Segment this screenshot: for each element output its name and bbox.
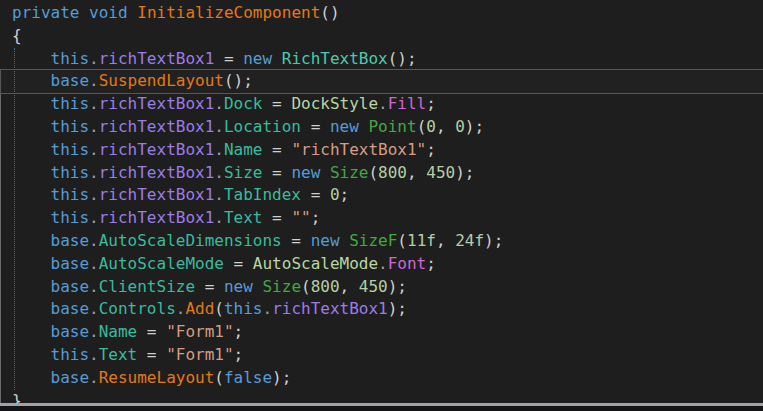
token-prop: Dock	[224, 94, 263, 113]
token-num: 450	[359, 277, 388, 296]
token-dot: .	[89, 254, 99, 273]
token-num: 800	[311, 277, 340, 296]
token-str: ""	[291, 208, 310, 227]
token-prop: Name	[99, 322, 138, 341]
token-enum: AutoScaleMode	[253, 254, 378, 273]
token-struct: Size	[330, 163, 369, 182]
token-punc: ();	[224, 71, 253, 90]
token-num: 11f	[407, 231, 436, 250]
token-enum: DockStyle	[291, 94, 378, 113]
token-plain	[12, 94, 51, 113]
token-dot: .	[89, 140, 99, 159]
token-punc: =	[301, 185, 330, 204]
token-kw: base	[51, 231, 90, 250]
code-line[interactable]: this.richTextBox1.Dock = DockStyle.Fill;	[12, 93, 763, 116]
token-cls: RichTextBox	[282, 49, 388, 68]
token-kw: this	[51, 208, 90, 227]
code-line[interactable]: base.Name = "Form1";	[12, 321, 763, 344]
code-line[interactable]: base.AutoScaleDimensions = new SizeF(11f…	[12, 230, 763, 253]
token-punc: );	[388, 299, 407, 318]
code-line[interactable]: this.richTextBox1.TabIndex = 0;	[12, 184, 763, 207]
token-kw: this	[51, 140, 90, 159]
token-kw: new	[311, 231, 340, 250]
token-field: richTextBox1	[99, 94, 215, 113]
token-punc: (	[417, 117, 427, 136]
token-dot: .	[214, 163, 224, 182]
token-punc: (	[301, 277, 311, 296]
token-plain	[340, 231, 350, 250]
token-meth: Add	[185, 299, 214, 318]
token-kw: this	[51, 94, 90, 113]
token-str: "Form1"	[166, 322, 233, 341]
code-line[interactable]: this.Text = "Form1";	[12, 344, 763, 367]
token-kw: base	[51, 368, 90, 387]
token-kw: base	[51, 322, 90, 341]
token-punc: {	[12, 26, 22, 45]
token-punc: ();	[388, 49, 417, 68]
token-prop: Size	[224, 163, 263, 182]
token-field: richTextBox1	[99, 208, 215, 227]
code-line[interactable]: base.ResumeLayout(false);	[12, 367, 763, 390]
token-punc: =	[262, 94, 291, 113]
code-line[interactable]: base.ClientSize = new Size(800, 450);	[12, 276, 763, 299]
horizontal-scrollbar[interactable]	[0, 403, 763, 411]
token-prop: AutoScaleDimensions	[99, 231, 282, 250]
token-field: richTextBox1	[99, 49, 215, 68]
token-num: 450	[426, 163, 455, 182]
token-punc: ;	[426, 254, 436, 273]
token-punc: );	[388, 277, 407, 296]
code-line[interactable]: this.richTextBox1.Text = "";	[12, 207, 763, 230]
code-line[interactable]: private void InitializeComponent()	[12, 2, 763, 25]
token-struct: Point	[368, 117, 416, 136]
token-dot: .	[214, 140, 224, 159]
token-punc: ;	[311, 208, 321, 227]
token-dot: .	[89, 71, 99, 90]
token-dot: .	[89, 117, 99, 136]
code-line[interactable]: this.richTextBox1.Name = "richTextBox1";	[12, 139, 763, 162]
token-plain	[12, 322, 51, 341]
token-plain	[12, 49, 51, 68]
token-dot: .	[89, 345, 99, 364]
token-num: 0	[455, 117, 465, 136]
token-punc: =	[224, 254, 253, 273]
code-line[interactable]: this.richTextBox1 = new RichTextBox();	[12, 48, 763, 71]
code-line-current[interactable]: base.SuspendLayout();	[0, 69, 763, 94]
token-kw: this	[51, 163, 90, 182]
code-line[interactable]: this.richTextBox1.Location = new Point(0…	[12, 116, 763, 139]
token-kw: this	[51, 117, 90, 136]
token-punc: ,	[436, 117, 455, 136]
token-num: 800	[378, 163, 407, 182]
code-line[interactable]: base.AutoScaleMode = AutoScaleMode.Font;	[12, 253, 763, 276]
token-plain	[12, 368, 51, 387]
token-punc: =	[262, 163, 291, 182]
horizontal-scrollbar-thumb[interactable]	[0, 403, 763, 406]
token-str: "richTextBox1"	[291, 140, 426, 159]
token-prop: Text	[224, 208, 263, 227]
token-dot: .	[89, 368, 99, 387]
token-punc: =	[282, 231, 311, 250]
code-line[interactable]: base.Controls.Add(this.richTextBox1);	[12, 298, 763, 321]
token-plain	[12, 299, 51, 318]
token-punc: );	[465, 117, 484, 136]
token-field: richTextBox1	[99, 163, 215, 182]
token-field: richTextBox1	[99, 117, 215, 136]
token-kw: this	[224, 299, 263, 318]
token-num: 0	[330, 185, 340, 204]
token-kw: private	[12, 3, 79, 22]
token-emem: Font	[388, 254, 427, 273]
token-punc: (	[214, 368, 224, 387]
token-kw: this	[51, 49, 90, 68]
token-kw: this	[51, 345, 90, 364]
token-dot: .	[89, 231, 99, 250]
token-punc: =	[137, 345, 166, 364]
token-prop: TabIndex	[224, 185, 301, 204]
token-dot: .	[176, 299, 186, 318]
token-kw: base	[51, 254, 90, 273]
token-punc: ;	[234, 322, 244, 341]
code-editor[interactable]: private void InitializeComponent(){ this…	[0, 0, 763, 411]
code-line[interactable]: this.richTextBox1.Size = new Size(800, 4…	[12, 162, 763, 185]
token-plain	[79, 3, 89, 22]
token-punc: (	[214, 299, 224, 318]
token-plain	[12, 185, 51, 204]
code-line[interactable]: {	[12, 25, 763, 48]
